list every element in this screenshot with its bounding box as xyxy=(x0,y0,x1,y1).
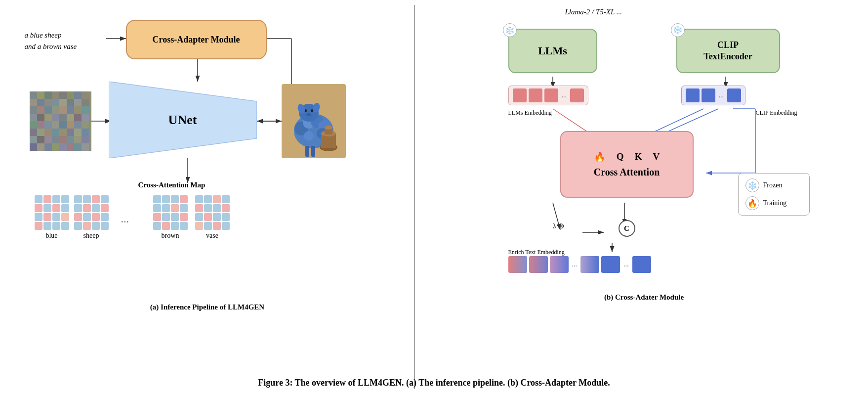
svg-rect-28 xyxy=(37,106,44,114)
svg-rect-17 xyxy=(74,91,82,99)
main-container: a blue sheep and a brown vase Cross-Adap… xyxy=(0,0,868,394)
svg-rect-13 xyxy=(44,91,52,99)
svg-text:λ ⊗: λ ⊗ xyxy=(553,222,565,230)
svg-rect-26 xyxy=(82,99,89,106)
svg-rect-21 xyxy=(44,99,52,106)
left-diagram: a blue sheep and a brown vase Cross-Adap… xyxy=(15,5,400,321)
svg-rect-45 xyxy=(44,121,52,129)
clip-frozen-badge: ❄️ xyxy=(671,23,685,37)
k-label: K xyxy=(635,151,642,162)
svg-rect-44 xyxy=(37,121,44,129)
svg-rect-23 xyxy=(59,99,67,106)
input-text-block: a blue sheep and a brown vase xyxy=(25,30,77,52)
output-image xyxy=(282,84,346,158)
right-caption: (b) Cross-Adater Module xyxy=(604,293,684,302)
svg-rect-64 xyxy=(67,136,74,143)
svg-rect-56 xyxy=(67,129,74,136)
svg-rect-62 xyxy=(52,136,59,143)
svg-rect-35 xyxy=(30,114,37,121)
svg-rect-51 xyxy=(30,129,37,136)
svg-rect-69 xyxy=(44,143,52,151)
llms-frozen-badge: ❄️ xyxy=(503,23,517,37)
svg-rect-60 xyxy=(37,136,44,143)
frozen-legend-icon: ❄️ xyxy=(745,178,759,192)
svg-rect-65 xyxy=(74,136,82,143)
svg-rect-33 xyxy=(74,106,82,114)
svg-rect-71 xyxy=(59,143,67,151)
svg-rect-25 xyxy=(74,99,82,106)
svg-rect-90 xyxy=(305,146,309,157)
svg-rect-18 xyxy=(82,91,89,99)
svg-rect-57 xyxy=(74,129,82,136)
svg-rect-46 xyxy=(52,121,59,129)
output-sheep-svg xyxy=(282,84,346,158)
svg-rect-40 xyxy=(67,114,74,121)
attention-vase: vase xyxy=(195,195,230,240)
noisy-image xyxy=(30,91,91,151)
svg-point-83 xyxy=(304,131,314,141)
svg-rect-70 xyxy=(52,143,59,151)
svg-rect-19 xyxy=(30,99,37,106)
flame-icon: 🔥 xyxy=(594,151,606,163)
cross-attn-label: Cross Attention xyxy=(594,167,660,178)
cross-adapter-box: Cross-Adapter Module xyxy=(126,20,267,59)
clip-embedding-row: ... xyxy=(681,86,746,105)
q-label: Q xyxy=(617,151,624,162)
svg-rect-27 xyxy=(30,106,37,114)
svg-rect-24 xyxy=(67,99,74,106)
svg-rect-30 xyxy=(52,106,59,114)
attention-dots: ... xyxy=(121,213,129,225)
svg-rect-50 xyxy=(82,121,89,129)
attention-brown: brown xyxy=(153,195,188,240)
svg-rect-67 xyxy=(30,143,37,151)
svg-rect-53 xyxy=(44,129,52,136)
svg-rect-58 xyxy=(82,129,89,136)
svg-rect-15 xyxy=(59,91,67,99)
llms-box: ❄️ LLMs xyxy=(508,29,597,73)
svg-rect-38 xyxy=(52,114,59,121)
svg-point-96 xyxy=(325,126,332,130)
attention-blue: blue xyxy=(35,195,69,240)
legend-box: ❄️ Frozen 🔥 Training xyxy=(738,173,810,216)
svg-rect-14 xyxy=(52,91,59,99)
svg-rect-22 xyxy=(52,99,59,106)
right-panel: λ ⊗ Llama-2 / T5-XL ... ❄️ LLMs xyxy=(415,5,858,389)
v-label: V xyxy=(653,151,660,162)
svg-rect-34 xyxy=(82,106,89,114)
left-caption: (a) Inference Pipeline of LLM4GEN xyxy=(150,303,264,311)
svg-rect-59 xyxy=(30,136,37,143)
svg-rect-48 xyxy=(67,121,74,129)
left-panel: a blue sheep and a brown vase Cross-Adap… xyxy=(10,5,415,389)
svg-rect-12 xyxy=(37,91,44,99)
svg-rect-68 xyxy=(37,143,44,151)
svg-rect-37 xyxy=(44,114,52,121)
noise-svg xyxy=(30,91,91,151)
enrich-embedding-row: ... ... xyxy=(508,256,651,273)
svg-rect-52 xyxy=(37,129,44,136)
cross-attention-box: 🔥 Q K V Cross Attention xyxy=(560,131,694,198)
svg-rect-32 xyxy=(67,106,74,114)
svg-rect-42 xyxy=(82,114,89,121)
attention-sheep: sheep xyxy=(74,195,109,240)
training-legend-icon: 🔥 xyxy=(745,196,759,210)
svg-rect-66 xyxy=(82,136,89,143)
svg-rect-72 xyxy=(67,143,74,151)
top-model-label: Llama-2 / T5-XL ... xyxy=(565,7,622,16)
enrich-label: Enrich Text Embedding xyxy=(508,247,565,256)
svg-rect-61 xyxy=(44,136,52,143)
svg-point-87 xyxy=(306,113,311,116)
svg-rect-41 xyxy=(74,114,82,121)
unet-container: UNet xyxy=(109,82,257,158)
cam-label: Cross-Attention Map xyxy=(138,180,206,189)
figure-caption: Figure 3: The overview of LLM4GEN. (a) T… xyxy=(258,378,610,388)
svg-rect-74 xyxy=(82,143,89,151)
svg-rect-11 xyxy=(30,91,37,99)
c-circle: C xyxy=(619,220,635,237)
svg-rect-43 xyxy=(30,121,37,129)
svg-rect-54 xyxy=(52,129,59,136)
svg-rect-55 xyxy=(59,129,67,136)
svg-rect-63 xyxy=(59,136,67,143)
right-diagram: λ ⊗ Llama-2 / T5-XL ... ❄️ LLMs xyxy=(476,5,812,311)
llms-embedding-row: ... xyxy=(508,86,589,105)
svg-rect-36 xyxy=(37,114,44,121)
